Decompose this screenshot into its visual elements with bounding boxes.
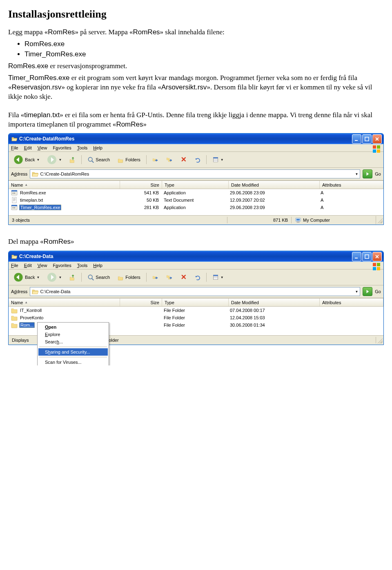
folder-icon xyxy=(32,171,38,177)
minimize-button[interactable] xyxy=(352,134,361,144)
file-date: 29.06.2008 23:09 xyxy=(227,205,318,210)
back-button[interactable]: Back ▼ xyxy=(11,154,42,166)
chevron-down-icon: ▼ xyxy=(220,158,224,162)
chevron-down-icon: ▼ xyxy=(36,158,40,162)
delete-icon xyxy=(180,274,187,281)
list-row[interactable]: ProveKontoFile Folder12.04.2008 15:03 xyxy=(9,314,383,321)
list-row[interactable]: RomRes.exe541 KBApplication29.06.2008 23… xyxy=(9,189,383,196)
col-date[interactable]: Date Modified xyxy=(229,298,320,306)
svg-rect-27 xyxy=(355,258,358,258)
resize-grip[interactable] xyxy=(376,337,383,343)
menu-favorites[interactable]: Favorites xyxy=(53,145,71,150)
moveto-icon xyxy=(152,156,159,163)
go-arrow-icon xyxy=(365,289,370,294)
menu-file[interactable]: File xyxy=(11,263,18,268)
menu-edit[interactable]: Edit xyxy=(24,145,32,150)
minimize-button[interactable] xyxy=(352,252,361,261)
go-button[interactable] xyxy=(363,287,372,296)
file-type: Application xyxy=(161,190,227,196)
forward-button[interactable]: ▼ xyxy=(45,271,64,283)
file-name: Timer_RomRes.exe xyxy=(19,205,61,210)
maximize-button[interactable] xyxy=(362,252,372,261)
chevron-down-icon: ▼ xyxy=(36,276,40,279)
address-input[interactable]: C:\Create-Data\RomRes ▼ xyxy=(30,169,360,178)
paragraph-3: Timer_RomRes.exe er eit program som vert… xyxy=(8,73,384,102)
svg-rect-25 xyxy=(355,140,358,141)
col-type[interactable]: Type xyxy=(162,298,229,306)
menu-tools[interactable]: Tools xyxy=(77,263,88,268)
up-button[interactable] xyxy=(67,273,78,282)
file-date: 12.09.2007 20:02 xyxy=(227,197,318,203)
file-size: 281 KB xyxy=(120,205,161,210)
menu-tools[interactable]: Tools xyxy=(77,145,88,150)
go-button[interactable] xyxy=(363,169,372,178)
chevron-down-icon: ▼ xyxy=(58,158,62,162)
window-title: C:\Create-Data\RomRes xyxy=(19,136,352,142)
col-type[interactable]: Type xyxy=(162,181,229,189)
back-icon xyxy=(13,155,23,165)
folders-button[interactable]: Folders xyxy=(115,273,143,282)
resize-grip[interactable] xyxy=(376,217,383,223)
folders-button[interactable]: Folders xyxy=(115,155,143,164)
up-button[interactable] xyxy=(67,155,78,164)
menu-view[interactable]: View xyxy=(38,263,47,268)
search-button[interactable]: Search xyxy=(85,155,112,164)
moveto-icon xyxy=(152,274,159,281)
menu-separator xyxy=(39,347,107,347)
forward-icon xyxy=(47,272,57,282)
delete-button[interactable] xyxy=(178,273,189,282)
moveto-button[interactable] xyxy=(150,273,161,282)
undo-button[interactable] xyxy=(192,155,203,164)
col-name[interactable]: Name▲ xyxy=(9,181,120,189)
chevron-down-icon: ▼ xyxy=(220,276,224,279)
list-row[interactable]: Timer_RomRes.exe281 KBApplication29.06.2… xyxy=(9,204,383,211)
menu-help[interactable]: Help xyxy=(93,263,102,268)
views-button[interactable]: ▼ xyxy=(210,155,226,164)
sort-asc-icon: ▲ xyxy=(24,301,28,304)
col-attr[interactable]: Attributes xyxy=(320,181,383,189)
file-name: IT_Kontroll xyxy=(19,308,42,313)
close-button[interactable] xyxy=(372,252,382,261)
file-name: ProveKonto xyxy=(19,315,44,320)
titlebar[interactable]: C:\Create-Data\RomRes xyxy=(9,134,383,144)
menu-view[interactable]: View xyxy=(38,145,47,150)
col-attr[interactable]: Attributes xyxy=(320,298,383,306)
windows-flag-icon xyxy=(372,263,381,270)
back-button[interactable]: Back ▼ xyxy=(11,271,42,283)
delete-button[interactable] xyxy=(178,155,189,164)
col-name[interactable]: Name▲ xyxy=(9,298,120,306)
file-type: File Folder xyxy=(161,307,227,313)
moveto-button[interactable] xyxy=(150,155,161,164)
ctx-item[interactable]: Scan for Viruses... xyxy=(38,358,108,365)
menu-edit[interactable]: Edit xyxy=(24,263,32,268)
col-size[interactable]: Size xyxy=(120,298,162,306)
paragraph-4: Fila «timeplan.txt» er ei fila som er he… xyxy=(8,111,384,129)
list-row[interactable]: IT_KontrollFile Folder07.04.2008 00:17 xyxy=(9,307,383,314)
views-button[interactable]: ▼ xyxy=(210,273,226,282)
menu-favorites[interactable]: Favorites xyxy=(53,263,71,268)
ctx-item[interactable]: Search... xyxy=(38,338,108,345)
col-size[interactable]: Size xyxy=(120,181,162,189)
forward-button[interactable]: ▼ xyxy=(45,154,64,166)
context-menu[interactable]: OpenExploreSearch...Sharing and Security… xyxy=(37,322,109,365)
ctx-item[interactable]: Explore xyxy=(38,331,108,338)
menu-file[interactable]: File xyxy=(11,145,18,150)
close-button[interactable] xyxy=(372,134,382,144)
ctx-item[interactable]: Open xyxy=(38,323,108,331)
ctx-item[interactable]: Sharing and Security... xyxy=(38,348,108,356)
up-icon xyxy=(69,156,76,163)
maximize-button[interactable] xyxy=(362,134,372,144)
folder-icon xyxy=(11,307,18,314)
explorer-window-createdata: C:\Create-Data File Edit View Favorites … xyxy=(8,251,384,345)
undo-button[interactable] xyxy=(192,273,203,282)
col-date[interactable]: Date Modified xyxy=(229,181,320,189)
chevron-down-icon[interactable]: ▼ xyxy=(355,290,358,294)
address-input[interactable]: C:\Create-Data ▼ xyxy=(30,287,360,296)
chevron-down-icon[interactable]: ▼ xyxy=(355,172,358,176)
menu-help[interactable]: Help xyxy=(93,145,102,150)
titlebar[interactable]: C:\Create-Data xyxy=(9,251,383,262)
copyto-button[interactable] xyxy=(164,273,175,282)
search-button[interactable]: Search xyxy=(85,273,112,282)
list-row[interactable]: timeplan.txt50 KBText Document12.09.2007… xyxy=(9,196,383,204)
copyto-button[interactable] xyxy=(164,155,175,164)
